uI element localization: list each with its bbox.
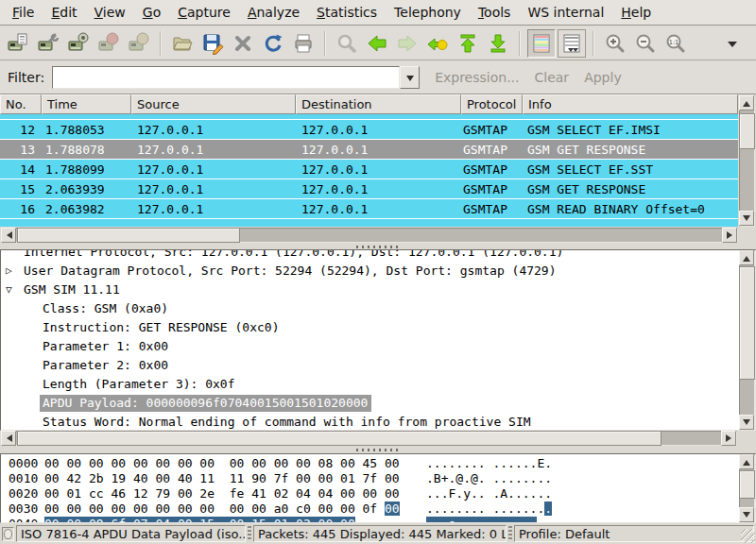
- filter-label: Filter:: [8, 70, 44, 85]
- details-hscrollbar[interactable]: [0, 431, 756, 446]
- capture-start-button[interactable]: [64, 29, 93, 58]
- zoom-in-button[interactable]: [601, 29, 629, 58]
- detail-line[interactable]: Instruction: GET RESPONSE (0xc0): [1, 318, 739, 337]
- zoom-out-button[interactable]: [631, 29, 660, 58]
- field-status-box: ISO 7816-4 APDU Data Payload (iso...: [16, 525, 246, 542]
- profile-status-box[interactable]: Profile: Default: [514, 525, 754, 542]
- go-forward-button[interactable]: [393, 29, 421, 58]
- packet-list-header: No. Time Source Destination Protocol Inf…: [0, 94, 738, 114]
- list-interfaces-button[interactable]: [4, 29, 32, 58]
- column-header-time[interactable]: Time: [42, 94, 131, 114]
- column-header-source[interactable]: Source: [131, 94, 296, 114]
- detail-line[interactable]: ▽GSM SIM 11.11: [1, 280, 739, 299]
- scroll-left-button[interactable]: [1, 431, 16, 446]
- up-arrow-icon: [743, 97, 750, 107]
- statusbar-resize-handle[interactable]: [248, 526, 251, 541]
- capture-stop-icon: [97, 32, 120, 55]
- menu-ws-internal[interactable]: WS internal: [519, 1, 612, 24]
- capture-stop-button[interactable]: [94, 29, 123, 58]
- scroll-right-button[interactable]: [721, 431, 736, 446]
- go-back-button[interactable]: [363, 29, 391, 58]
- find-packet-button[interactable]: [333, 29, 361, 58]
- packet-list-hscroll-thumb[interactable]: [17, 228, 240, 243]
- scroll-down-button[interactable]: [739, 211, 754, 226]
- filter-input[interactable]: [52, 66, 400, 89]
- zoom-normal-button[interactable]: 1:1: [662, 29, 690, 58]
- go-to-packet-button[interactable]: [423, 29, 452, 58]
- hex-dump-pane: 000000 00 00 00 00 00 00 00 00 00 00 00 …: [0, 453, 756, 523]
- column-header-no[interactable]: No.: [0, 94, 42, 114]
- expander-expanded-icon[interactable]: ▽: [6, 280, 21, 299]
- packet-row[interactable]: 141.788099127.0.0.1127.0.0.1GSMTAPGSM SE…: [0, 160, 738, 179]
- hex-row[interactable]: 001000 42 2b 19 40 00 40 11 11 90 7f 00 …: [1, 471, 755, 486]
- menu-analyze[interactable]: Analyze: [239, 1, 308, 24]
- go-bottom-icon: [487, 32, 509, 55]
- close-file-button[interactable]: [229, 29, 257, 58]
- hex-row[interactable]: 002000 01 cc 46 12 79 00 2e fe 41 02 04 …: [1, 486, 755, 502]
- go-to-top-button[interactable]: [454, 29, 482, 58]
- column-header-destination[interactable]: Destination: [296, 94, 461, 114]
- detail-line[interactable]: Status Word: Normal ending of command wi…: [1, 413, 739, 430]
- detail-line[interactable]: Parameter 2: 0x00: [1, 356, 739, 375]
- packet-row-selected[interactable]: 131.788078127.0.0.1127.0.0.1GSMTAPGSM GE…: [0, 140, 738, 160]
- window-resize-grip[interactable]: [741, 529, 755, 543]
- left-arrow-icon: [3, 434, 12, 442]
- scroll-down-button[interactable]: [739, 415, 754, 430]
- menu-telephony[interactable]: Telephony: [386, 1, 470, 24]
- detail-line[interactable]: Class: GSM (0xa0): [1, 299, 739, 318]
- packet-list-vscroll-thumb[interactable]: [739, 113, 755, 149]
- menu-view[interactable]: View: [86, 1, 134, 24]
- hex-vscroll-thumb[interactable]: [739, 470, 755, 499]
- right-arrow-icon: [727, 231, 736, 239]
- menu-edit[interactable]: Edit: [43, 1, 85, 24]
- apply-button[interactable]: Apply: [584, 70, 622, 85]
- print-button[interactable]: [289, 29, 318, 58]
- packet-list-body: 111.787851127.0.0.1127.0.0.1GSMTAPGSM GE…: [0, 114, 738, 227]
- scroll-left-button[interactable]: [1, 228, 16, 243]
- menu-statistics[interactable]: Statistics: [308, 1, 386, 24]
- hex-row[interactable]: 000000 00 00 00 00 00 00 00 00 00 00 00 …: [1, 456, 755, 471]
- column-header-info[interactable]: Info: [523, 94, 738, 114]
- colorize-button[interactable]: [527, 29, 556, 58]
- detail-line[interactable]: Length (Parameter 3): 0x0f: [1, 375, 739, 394]
- hex-row[interactable]: 003000 00 00 00 00 00 00 00 00 00 a0 c0 …: [1, 502, 755, 517]
- right-arrow-icon: [726, 434, 735, 442]
- scroll-right-button[interactable]: [722, 228, 737, 243]
- scroll-down-button[interactable]: [739, 507, 754, 522]
- packet-row[interactable]: 152.063939127.0.0.1127.0.0.1GSMTAPGSM GE…: [0, 179, 738, 199]
- detail-line[interactable]: ▷User Datagram Protocol, Src Port: 52294…: [1, 262, 739, 280]
- scroll-up-button[interactable]: [739, 454, 754, 469]
- expert-info-button[interactable]: [2, 527, 14, 541]
- scroll-up-button[interactable]: [739, 95, 754, 110]
- auto-scroll-button[interactable]: [558, 29, 586, 58]
- details-hscroll-thumb[interactable]: [17, 431, 662, 446]
- menu-file[interactable]: File: [4, 1, 43, 24]
- packet-row[interactable]: 162.063982127.0.0.1127.0.0.1GSMTAPGSM RE…: [0, 199, 738, 219]
- menu-go[interactable]: Go: [134, 1, 169, 24]
- packet-row[interactable]: 121.788053127.0.0.1127.0.0.1GSMTAPGSM SE…: [0, 120, 738, 140]
- pane-splitter[interactable]: [0, 446, 756, 453]
- reload-button[interactable]: [259, 29, 287, 58]
- hex-row-clipped[interactable]: 004000 00 09 6f 07 04 00 15 00 15 01 02 …: [1, 517, 755, 523]
- expander-collapsed-icon[interactable]: ▷: [6, 262, 21, 280]
- clear-button[interactable]: Clear: [535, 70, 570, 85]
- open-file-button[interactable]: [168, 29, 197, 58]
- capture-options-button[interactable]: [34, 29, 62, 58]
- statusbar-resize-handle[interactable]: [508, 526, 512, 541]
- filter-dropdown-button[interactable]: [400, 66, 420, 89]
- column-header-protocol[interactable]: Protocol: [461, 94, 523, 114]
- save-file-button[interactable]: [198, 29, 227, 58]
- detail-line[interactable]: Parameter 1: 0x00: [1, 337, 739, 356]
- scroll-up-button[interactable]: [739, 250, 754, 265]
- menu-tools[interactable]: Tools: [470, 1, 520, 24]
- detail-line-selected[interactable]: APDU Payload: 000000096f0704001500150102…: [1, 394, 739, 413]
- go-to-bottom-button[interactable]: [484, 29, 512, 58]
- capture-restart-button[interactable]: [125, 29, 153, 58]
- menu-capture[interactable]: Capture: [169, 1, 239, 24]
- details-vscroll-thumb[interactable]: [739, 266, 755, 380]
- menu-help[interactable]: Help: [612, 1, 660, 24]
- zoom-1-1-icon: 1:1: [664, 32, 687, 55]
- toolbar-overflow-button[interactable]: [718, 29, 747, 58]
- expression-button[interactable]: Expression...: [435, 70, 519, 85]
- detail-line[interactable]: Internet Protocol, Src: 127.0.0.1 (127.0…: [1, 250, 739, 262]
